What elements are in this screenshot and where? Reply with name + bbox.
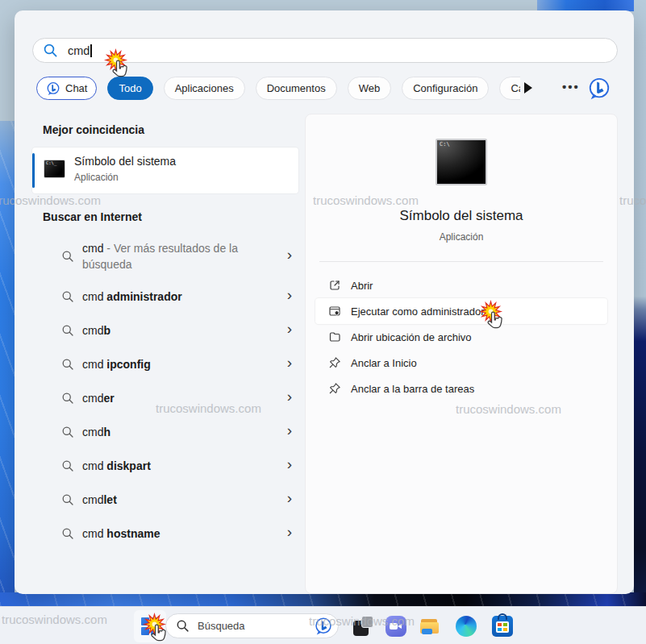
chevron-right-icon: › [287,320,292,338]
search-input[interactable]: cmd [32,38,618,63]
search-suggestion[interactable]: cmdlet› [32,483,298,517]
action-anclar-a-inicio[interactable]: Anclar a Inicio [315,350,607,376]
web-suggestions-list: cmd - Ver más resultados de la búsqueda›… [32,233,298,551]
cmd-app-icon-large: C:\ [436,139,487,185]
preview-card: C:\ Símbolo del sistema Aplicación Abrir… [305,114,618,594]
search-suggestion[interactable]: cmd diskpart› [32,449,298,483]
wallpaper-bloom-top [537,0,634,11]
tab-carpetas[interactable]: Carpetas [499,77,520,100]
search-suggestion[interactable]: cmdh› [32,415,298,449]
tab-documentos[interactable]: Documentos [256,77,337,100]
open-icon [328,279,341,292]
chevron-right-icon: › [287,422,292,439]
tab-label: Documentos [267,82,326,94]
best-match-item[interactable]: C:\_ Símbolo del sistema Aplicación [32,147,298,193]
tab-label: Web [359,82,381,94]
tab-configuración[interactable]: Configuración [402,77,489,100]
web-search-heading: Buscar en Internet [43,210,142,223]
action-label: Abrir [351,280,373,292]
divider [319,261,603,262]
chevron-right-icon: › [287,523,292,541]
taskbar: Búsqueda [0,606,646,644]
folder-icon [328,330,341,343]
wallpaper-bloom-bottom [0,592,646,607]
wallpaper-bloom-right [634,0,646,644]
chevron-right-icon: › [287,246,292,264]
search-suggestion[interactable]: cmd hostname› [32,517,298,551]
taskbar-search-box[interactable]: Búsqueda [165,613,339,638]
more-options-icon[interactable]: ••• [562,80,580,93]
suggestion-text: cmder [82,390,115,406]
search-icon [176,619,190,633]
suggestion-text: cmd administrador [82,289,182,305]
tab-aplicaciones[interactable]: Aplicaciones [164,77,245,100]
task-view-icon[interactable] [352,616,373,637]
selection-accent-bar [32,153,35,188]
search-flyout: cmd ChatTodoAplicacionesDocumentosWebCon… [15,10,634,594]
suggestion-text: cmd - Ver más resultados de la búsqueda [82,240,269,272]
tab-label: Aplicaciones [175,82,234,94]
preview-subtitle: Aplicación [306,231,617,243]
taskbar-search-placeholder: Búsqueda [198,620,314,632]
edge-browser-icon[interactable] [456,616,477,637]
chevron-right-icon: › [287,455,292,473]
tab-label: Chat [65,82,87,94]
suggestion-text: cmdb [82,322,110,339]
text-caret [90,44,92,57]
suggestion-text: cmd diskpart [82,458,151,474]
cmd-app-icon: C:\_ [44,160,65,178]
file-explorer-icon[interactable] [419,616,440,637]
bing-icon [314,617,333,636]
search-icon [43,43,58,58]
pin-icon [328,382,341,395]
chevron-right-icon: › [287,388,292,405]
preview-title: Símbolo del sistema [306,208,617,224]
suggestion-text: cmd ipconfig [82,356,151,372]
best-match-heading: Mejor coincidencia [43,123,144,136]
action-label: Abrir ubicación de archivo [351,331,472,343]
action-ejecutar-como-administrador[interactable]: Ejecutar como administrador [315,298,607,324]
suggestion-text: cmdlet [82,492,117,508]
chat-icon[interactable] [386,616,406,637]
start-button[interactable] [134,610,166,642]
action-label: Anclar a Inicio [351,357,417,369]
suggestion-text: cmd hostname [82,526,160,542]
wallpaper-bloom-left [0,121,15,644]
chevron-right-icon: › [287,354,292,372]
action-abrir[interactable]: Abrir [315,272,607,298]
actions-list: AbrirEjecutar como administradorAbrir ub… [315,272,607,401]
run-admin-icon [328,305,341,318]
action-anclar-a-la-barra-de-tareas[interactable]: Anclar a la barra de tareas [315,376,607,401]
search-query-text: cmd [68,44,90,57]
suggestion-text: cmdh [82,424,110,440]
microsoft-store-icon[interactable] [492,616,513,637]
search-filter-tabs: ChatTodoAplicacionesDocumentosWebConfigu… [36,77,520,102]
search-suggestion[interactable]: cmdb› [32,314,298,347]
search-suggestion[interactable]: cmd - Ver más resultados de la búsqueda› [32,233,298,280]
tab-label: Todo [119,82,141,94]
tab-label: Carpetas [511,82,520,94]
action-label: Anclar a la barra de tareas [351,383,474,395]
tabs-overflow-arrow-icon[interactable] [524,82,532,93]
search-suggestion[interactable]: cmder› [32,381,298,415]
search-suggestion[interactable]: cmd ipconfig› [32,347,298,381]
tab-label: Configuración [413,82,477,94]
tab-todo[interactable]: Todo [107,77,152,100]
chevron-right-icon: › [287,286,292,304]
tab-web[interactable]: Web [348,77,392,100]
best-match-title: Símbolo del sistema [74,155,176,168]
windows-logo-icon [141,617,159,635]
bing-chat-icon[interactable] [587,77,611,101]
pin-icon [328,356,341,369]
action-abrir-ubicación-de-archivo[interactable]: Abrir ubicación de archivo [315,324,607,350]
best-match-subtitle: Aplicación [74,172,119,183]
action-label: Ejecutar como administrador [351,305,484,318]
chevron-right-icon: › [287,489,292,507]
tab-chat[interactable]: Chat [36,77,97,100]
search-suggestion[interactable]: cmd administrador› [32,280,298,314]
